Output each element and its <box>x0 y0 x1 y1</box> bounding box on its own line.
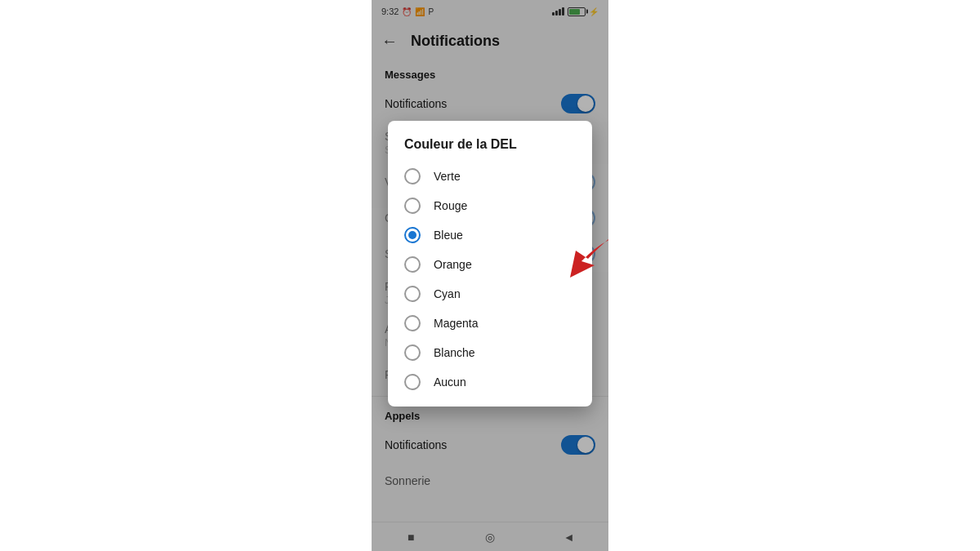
radio-label-aucun: Aucun <box>434 375 466 389</box>
radio-circle-orange <box>404 256 421 273</box>
radio-circle-rouge <box>404 198 421 214</box>
radio-blanche[interactable]: Blanche <box>388 338 592 367</box>
radio-circle-aucun <box>404 374 421 390</box>
radio-label-orange: Orange <box>434 258 472 271</box>
dialog-title: Couleur de la DEL <box>388 137 592 162</box>
radio-circle-blanche <box>404 344 421 361</box>
radio-verte[interactable]: Verte <box>388 162 592 191</box>
radio-label-verte: Verte <box>434 170 461 183</box>
phone-container: 9:32 ⏰ 📶 P ⚡ ← Notifications Messages <box>372 0 608 551</box>
radio-label-rouge: Rouge <box>434 199 467 212</box>
radio-label-cyan: Cyan <box>434 287 461 300</box>
radio-circle-magenta <box>404 315 421 331</box>
red-arrow-annotation <box>539 216 608 290</box>
radio-label-blanche: Blanche <box>434 346 475 359</box>
radio-label-bleue: Bleue <box>434 229 463 242</box>
radio-magenta[interactable]: Magenta <box>388 309 592 338</box>
radio-aucun[interactable]: Aucun <box>388 367 592 397</box>
radio-label-magenta: Magenta <box>434 317 478 330</box>
radio-circle-verte <box>404 168 421 184</box>
radio-circle-cyan <box>404 286 421 302</box>
radio-circle-bleue <box>404 227 421 243</box>
